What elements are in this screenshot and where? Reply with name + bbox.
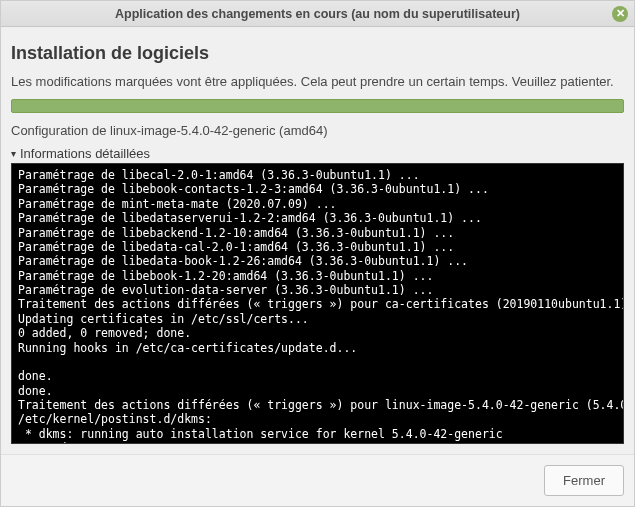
window-title: Application des changements en cours (au… <box>115 7 520 21</box>
terminal-output: Paramétrage de libecal-2.0-1:amd64 (3.36… <box>11 163 624 444</box>
description-text: Les modifications marquées vont être app… <box>11 74 624 89</box>
close-button[interactable]: Fermer <box>544 465 624 496</box>
titlebar: Application des changements en cours (au… <box>1 1 634 27</box>
dialog-content: Installation de logiciels Les modificati… <box>1 27 634 454</box>
page-title: Installation de logiciels <box>11 43 624 64</box>
expander-label: Informations détaillées <box>20 146 150 161</box>
dialog-footer: Fermer <box>1 454 634 506</box>
details-expander[interactable]: ▾ Informations détaillées <box>11 146 624 161</box>
close-icon[interactable]: ✕ <box>612 6 628 22</box>
chevron-down-icon: ▾ <box>11 149 16 159</box>
current-step-label: Configuration de linux-image-5.4.0-42-ge… <box>11 123 624 138</box>
progress-bar <box>11 99 624 113</box>
